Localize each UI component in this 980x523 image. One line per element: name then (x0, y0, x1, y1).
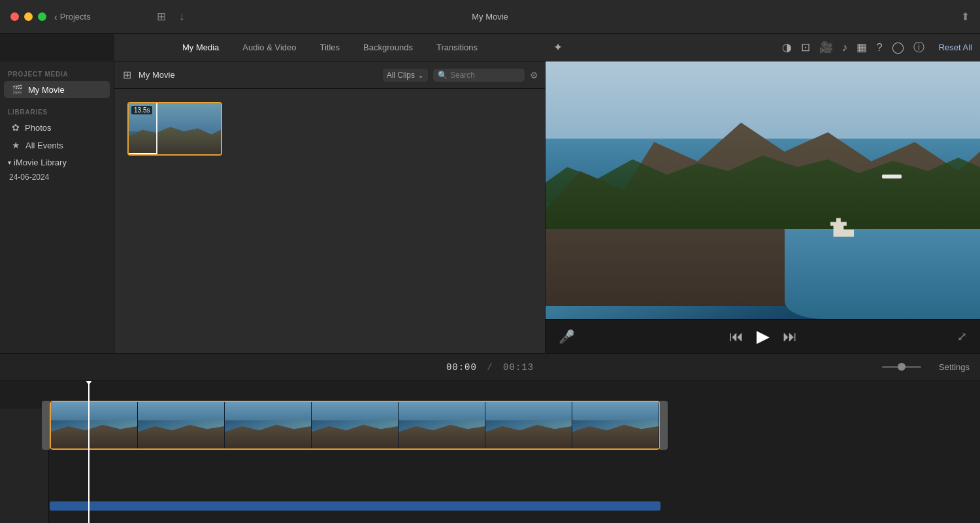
media-browser-title: My Movie (139, 70, 378, 80)
dropdown-chevron-icon: ⌄ (417, 71, 424, 80)
search-icon: 🔍 (438, 71, 448, 80)
back-chevron-icon: ‹ (54, 12, 57, 22)
maximize-button[interactable] (38, 12, 46, 21)
prev-frame-button[interactable]: ⏮ (723, 324, 750, 349)
zoom-control[interactable] (882, 366, 921, 368)
zoom-handle[interactable] (898, 363, 906, 371)
clip-end-handle[interactable] (660, 401, 668, 450)
tab-titles[interactable]: Titles (308, 39, 351, 56)
playhead[interactable] (88, 381, 90, 523)
clip-start-handle[interactable] (42, 401, 50, 450)
storyboard-icon[interactable]: ⊞ (157, 10, 166, 24)
photos-icon: ✿ (12, 122, 20, 133)
person-icon[interactable]: ◯ (892, 41, 904, 54)
video-clip-thumbnail[interactable]: 13.5s (127, 102, 222, 156)
boat-shape (882, 175, 902, 178)
magic-wand-icon[interactable]: ✦ (553, 41, 563, 54)
bar-chart-icon[interactable]: ▦ (857, 41, 867, 54)
thumb-playhead (156, 103, 157, 154)
libraries-label: LIBRARIES (0, 105, 114, 118)
sidebar: PROJECT MEDIA 🎬 My Movie LIBRARIES ✿ Pho… (0, 61, 114, 353)
clip-frame-2 (138, 402, 225, 448)
traffic-lights (0, 12, 46, 21)
preview-controls: 🎤 ⏮ ▶ ⏭ ⤢ (546, 319, 980, 353)
playhead-head (84, 381, 93, 385)
sidebar-item-photos[interactable]: ✿ Photos (4, 119, 110, 136)
all-events-label: All Events (25, 141, 63, 150)
next-frame-button[interactable]: ⏭ (776, 324, 804, 349)
tab-audio-video[interactable]: Audio & Video (231, 39, 308, 56)
media-grid: 13.5s (114, 89, 545, 353)
duration-badge: 13.5s (131, 106, 152, 114)
audio-track[interactable] (50, 501, 661, 511)
collapse-icon: ▾ (8, 159, 11, 166)
main-content: PROJECT MEDIA 🎬 My Movie LIBRARIES ✿ Pho… (0, 61, 980, 353)
color-wheel-icon[interactable]: ◑ (782, 41, 792, 54)
titlebar: ‹ Projects ⊞ ↓ My Movie ⬆ (0, 0, 980, 34)
clip-frame-7 (572, 402, 659, 448)
timeline-content (0, 381, 980, 523)
time-display: 00:00 / 00:13 (446, 362, 534, 373)
microphone-icon[interactable]: 🎤 (559, 329, 575, 345)
timeline-settings-button[interactable]: Settings (939, 362, 970, 372)
search-input[interactable] (450, 71, 509, 80)
search-bar[interactable]: 🔍 (433, 69, 525, 82)
crop-icon[interactable]: ⊡ (801, 41, 810, 54)
timeline-header: 00:00 / 00:13 Settings (0, 354, 980, 381)
preview-frame (546, 61, 980, 319)
all-clips-dropdown[interactable]: All Clips ⌄ (383, 69, 428, 82)
help-icon[interactable]: ? (876, 41, 882, 54)
back-button[interactable]: ‹ Projects (54, 12, 91, 22)
clip-frame-6 (485, 402, 572, 448)
thumb-progress (129, 153, 156, 154)
right-toolbar: ✦ ◑ ⊡ 🎥 ♪ ▦ ? ◯ ⓘ Reset All (546, 34, 980, 61)
video-thumbnails: 13.5s (122, 97, 537, 161)
share-icon[interactable]: ⬆ (961, 10, 970, 23)
all-clips-label: All Clips (387, 71, 415, 80)
sidebar-date[interactable]: 24-06-2024 (0, 171, 114, 184)
minimize-button[interactable] (24, 12, 33, 21)
fullscreen-icon[interactable]: ⤢ (957, 329, 967, 344)
my-movie-label: My Movie (28, 85, 65, 95)
movie-icon: 🎬 (12, 84, 23, 95)
timeline-area: 00:00 / 00:13 Settings (0, 353, 980, 523)
tab-backgrounds[interactable]: Backgrounds (351, 39, 425, 56)
preview-panel: 🎤 ⏮ ▶ ⏭ ⤢ (546, 61, 980, 353)
time-separator: / (487, 362, 493, 373)
media-browser-header: ⊞ My Movie All Clips ⌄ 🔍 ⚙ (114, 61, 545, 89)
tab-transitions[interactable]: Transitions (425, 39, 489, 56)
photos-label: Photos (25, 123, 51, 133)
clip-frame-1 (51, 402, 138, 448)
reset-all-button[interactable]: Reset All (939, 42, 972, 52)
grid-view-button[interactable]: ⊞ (121, 67, 133, 83)
sidebar-imovie-library[interactable]: ▾ iMovie Library (0, 154, 114, 171)
down-arrow-icon[interactable]: ↓ (179, 10, 185, 24)
video-clip-strip[interactable] (50, 401, 661, 450)
clip-frame-4 (312, 402, 399, 448)
audio-icon[interactable]: ♪ (842, 41, 848, 54)
settings-icon[interactable]: ⚙ (530, 70, 538, 80)
camera-icon[interactable]: 🎥 (819, 41, 833, 54)
media-browser: ⊞ My Movie All Clips ⌄ 🔍 ⚙ (114, 61, 546, 353)
titlebar-right-actions: ⬆ (961, 10, 970, 23)
top-nav: My Media Audio & Video Titles Background… (114, 34, 546, 61)
sidebar-item-my-movie[interactable]: 🎬 My Movie (4, 81, 110, 98)
sidebar-item-all-events[interactable]: ★ All Events (4, 137, 110, 154)
play-button[interactable]: ▶ (750, 322, 776, 350)
clip-frame-5 (399, 402, 485, 448)
back-label: Projects (60, 12, 91, 22)
current-time: 00:00 (446, 362, 477, 373)
zoom-track[interactable] (882, 366, 921, 368)
imovie-library-label: iMovie Library (14, 158, 67, 167)
clip-frame-3 (225, 402, 312, 448)
preview-video (546, 61, 980, 319)
total-time: 00:13 (503, 362, 534, 373)
window-title: My Movie (472, 12, 508, 22)
preview-water (785, 229, 980, 319)
all-events-icon: ★ (12, 140, 20, 150)
info-icon[interactable]: ⓘ (913, 40, 924, 55)
tab-my-media[interactable]: My Media (171, 39, 231, 56)
close-button[interactable] (10, 12, 19, 21)
project-media-label: PROJECT MEDIA (0, 67, 114, 80)
